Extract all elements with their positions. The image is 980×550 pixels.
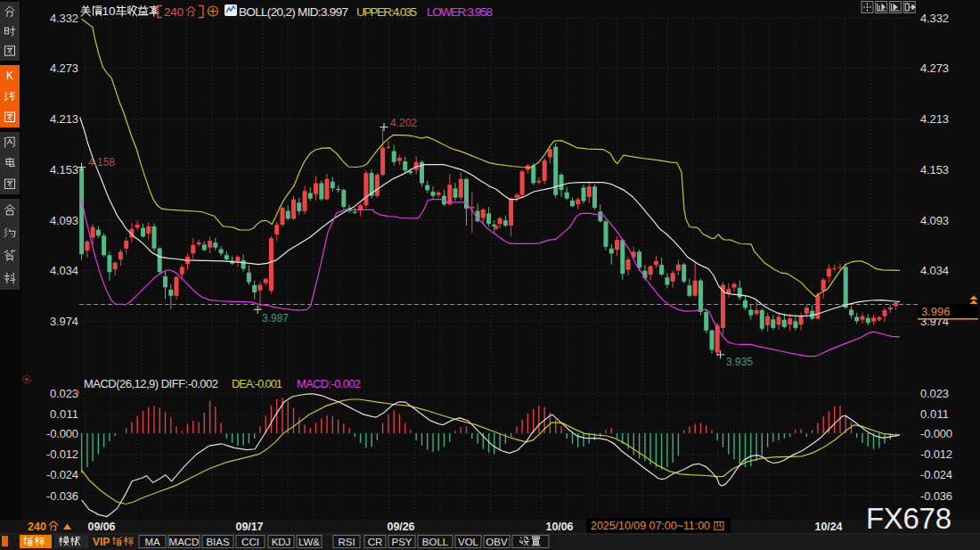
svg-text:BOLL(20,2) MID:3.997: BOLL(20,2) MID:3.997 — [239, 5, 348, 19]
svg-text:2025/10/09 07:00~11:00: 2025/10/09 07:00~11:00 — [591, 520, 710, 532]
svg-text:0.023: 0.023 — [50, 387, 78, 400]
svg-text:MACD:-0.002: MACD:-0.002 — [297, 377, 361, 390]
svg-text:LW&: LW& — [298, 537, 320, 547]
svg-text:-0.012: -0.012 — [46, 447, 78, 461]
svg-text:3.935: 3.935 — [726, 356, 753, 368]
svg-text:-0.000: -0.000 — [920, 427, 952, 440]
svg-text:MACD(26,12,9) DIFF:-0.002: MACD(26,12,9) DIFF:-0.002 — [84, 377, 218, 390]
svg-text:09/06: 09/06 — [88, 521, 116, 533]
svg-text:4.093: 4.093 — [50, 214, 78, 227]
svg-text:4.213: 4.213 — [920, 112, 949, 126]
svg-text:4.034: 4.034 — [50, 264, 78, 277]
svg-text:BIAS: BIAS — [206, 537, 230, 547]
svg-text:09/26: 09/26 — [388, 521, 415, 533]
svg-text:-0.024: -0.024 — [46, 468, 78, 481]
svg-text:10/24: 10/24 — [815, 521, 843, 533]
svg-text:0.011: 0.011 — [50, 407, 78, 421]
svg-text:BOLL: BOLL — [422, 537, 449, 547]
svg-text:MA: MA — [144, 537, 160, 547]
svg-text:4.202: 4.202 — [390, 117, 417, 129]
svg-text:4.034: 4.034 — [920, 264, 949, 277]
svg-text:4.332: 4.332 — [50, 12, 78, 25]
svg-text:-0.024: -0.024 — [920, 468, 952, 481]
svg-text:4.153: 4.153 — [920, 163, 949, 176]
svg-text:3.996: 3.996 — [921, 305, 951, 318]
svg-text:240: 240 — [28, 521, 46, 533]
svg-text:VIP: VIP — [93, 536, 110, 548]
svg-text:-0.012: -0.012 — [920, 447, 952, 461]
svg-text:10: 10 — [102, 4, 116, 18]
svg-text:KDJ: KDJ — [272, 537, 291, 547]
svg-text:UPPER:4.035: UPPER:4.035 — [356, 5, 417, 19]
svg-text:4.158: 4.158 — [88, 156, 115, 168]
svg-text:3.987: 3.987 — [262, 312, 289, 324]
svg-text:CCI: CCI — [241, 537, 259, 547]
svg-text:0.011: 0.011 — [920, 407, 949, 421]
svg-text:4.093: 4.093 — [920, 214, 949, 227]
svg-text:-0.000: -0.000 — [46, 427, 78, 440]
svg-text:PSY: PSY — [391, 537, 412, 547]
svg-text:4.153: 4.153 — [50, 163, 78, 176]
svg-text:4.332: 4.332 — [920, 12, 949, 25]
svg-text:-0.036: -0.036 — [920, 489, 952, 503]
svg-text:OBV: OBV — [486, 537, 508, 547]
svg-text:240: 240 — [164, 5, 184, 19]
svg-text:10/06: 10/06 — [546, 521, 574, 533]
svg-text:DEA:-0.001: DEA:-0.001 — [232, 377, 282, 390]
svg-text:LOWER:3.958: LOWER:3.958 — [427, 5, 493, 19]
svg-text:-0.036: -0.036 — [46, 489, 78, 503]
svg-text:VOL: VOL — [458, 537, 479, 547]
svg-text:RSI: RSI — [338, 537, 355, 547]
svg-text:09/17: 09/17 — [236, 521, 264, 533]
svg-text:4.213: 4.213 — [50, 112, 78, 126]
svg-text:3.974: 3.974 — [50, 315, 78, 328]
svg-text:MACD: MACD — [169, 537, 200, 547]
svg-text:CR: CR — [368, 537, 383, 547]
svg-text:4.273: 4.273 — [50, 62, 78, 75]
svg-text:FX678: FX678 — [866, 502, 951, 535]
svg-text:0.023: 0.023 — [920, 387, 949, 400]
svg-text:K: K — [6, 70, 13, 82]
svg-text:4.273: 4.273 — [920, 62, 949, 75]
